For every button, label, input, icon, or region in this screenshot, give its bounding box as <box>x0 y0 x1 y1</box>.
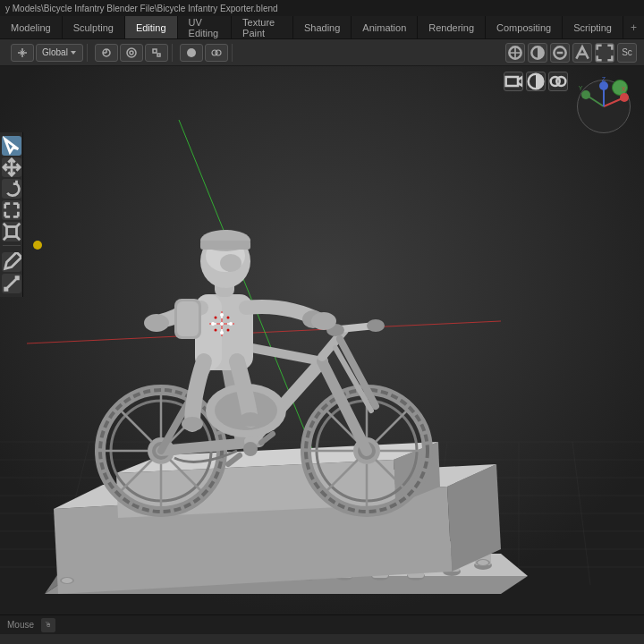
viewport-overlay-toggle-btn[interactable] <box>548 72 568 91</box>
svg-point-147 <box>220 313 224 317</box>
svg-point-130 <box>220 254 242 272</box>
tab-sculpting[interactable]: Sculpting <box>63 16 125 38</box>
svg-point-116 <box>367 319 385 332</box>
svg-point-152 <box>215 329 217 332</box>
svg-point-150 <box>227 329 230 332</box>
add-workspace-button[interactable]: + <box>623 16 644 38</box>
annotate-btn[interactable] <box>2 252 21 272</box>
tab-editing[interactable]: Editing <box>125 16 178 38</box>
title-text: y Models\Bicycle Infantry Blender File\B… <box>5 4 278 13</box>
svg-text:Y: Y <box>579 85 583 91</box>
svg-point-148 <box>220 331 224 335</box>
scene-viewport-svg <box>0 66 644 614</box>
svg-point-145 <box>211 322 215 326</box>
transform-icon-btn[interactable] <box>11 44 34 62</box>
svg-text:X: X <box>622 86 626 92</box>
rotate-tool-btn[interactable] <box>2 179 21 199</box>
svg-point-151 <box>227 317 230 319</box>
svg-rect-129 <box>200 241 250 250</box>
svg-point-156 <box>556 77 565 86</box>
title-bar: y Models\Bicycle Infantry Blender File\B… <box>0 0 644 16</box>
svg-point-135 <box>182 417 203 431</box>
gizmo-toggle-btn[interactable] <box>572 43 592 63</box>
tab-shading[interactable]: Shading <box>293 16 352 38</box>
svg-point-133 <box>144 314 169 332</box>
bottom-bar: Mouse 🖱 <box>0 614 644 634</box>
tab-rendering[interactable]: Rendering <box>418 16 486 38</box>
svg-point-149 <box>215 317 217 319</box>
svg-point-77 <box>62 578 72 583</box>
solid-shading-btn[interactable] <box>180 44 203 62</box>
svg-point-153 <box>33 241 42 250</box>
select-tool-btn[interactable] <box>2 136 21 156</box>
svg-rect-10 <box>6 227 16 237</box>
viewport-camera-btn[interactable] <box>504 72 523 91</box>
tab-scripting[interactable]: Scripting <box>563 16 623 38</box>
viewport-render-mode-btn[interactable] <box>526 72 546 91</box>
scene-select-btn[interactable] <box>505 43 525 63</box>
svg-rect-4 <box>157 54 160 56</box>
svg-point-134 <box>311 312 336 330</box>
viewport-lens-btn[interactable] <box>550 43 570 63</box>
header-right-icons: Sc <box>505 43 637 63</box>
tab-uv-editing[interactable]: UV Editing <box>178 16 233 38</box>
snap-btn[interactable] <box>95 44 118 62</box>
svg-point-5 <box>187 48 196 57</box>
snap-group <box>91 44 173 62</box>
svg-point-1 <box>127 48 136 57</box>
header-toolbar: Global <box>0 39 644 66</box>
svg-point-161 <box>581 90 590 99</box>
svg-text:Z: Z <box>602 76 606 82</box>
svg-point-7 <box>216 50 221 55</box>
svg-point-158 <box>620 93 629 102</box>
shading-group <box>176 44 233 62</box>
svg-rect-138 <box>177 301 199 336</box>
tab-texture-paint[interactable]: Texture Paint <box>232 16 293 38</box>
mouse-mode-label: Mouse <box>7 620 34 630</box>
viewport-overlay-buttons <box>504 72 568 91</box>
tab-compositing[interactable]: Compositing <box>486 16 563 38</box>
workspace-tabs: Modeling Sculpting Editing UV Editing Te… <box>0 16 644 39</box>
svg-point-136 <box>240 412 261 427</box>
svg-rect-3 <box>153 49 157 53</box>
svg-point-164 <box>599 81 608 90</box>
overlay-btn[interactable] <box>205 44 228 62</box>
proportional-btn[interactable] <box>120 44 143 62</box>
toolbar-divider <box>3 245 21 249</box>
left-toolbar <box>0 132 23 297</box>
move-tool-btn[interactable] <box>2 157 21 177</box>
fullscreen-btn[interactable] <box>595 43 614 63</box>
transform-pivot-btn[interactable] <box>145 44 168 62</box>
svg-point-120 <box>243 442 258 456</box>
transform-group: Global <box>7 44 88 62</box>
orientation-gizmo[interactable]: X Y Z <box>572 75 635 138</box>
transform-global-btn[interactable]: Global <box>36 44 83 62</box>
measure-btn[interactable] <box>2 274 21 293</box>
transform-label: Global <box>42 47 68 57</box>
tab-animation[interactable]: Animation <box>352 16 418 38</box>
tab-modeling[interactable]: Modeling <box>0 16 63 38</box>
scale-tool-btn[interactable] <box>2 200 21 220</box>
viewport[interactable]: X Y Z <box>0 66 644 614</box>
transform-tool-btn[interactable] <box>2 222 21 242</box>
scene-panel-btn[interactable]: Sc <box>617 43 637 63</box>
mouse-icon: 🖱 <box>41 618 55 632</box>
svg-point-2 <box>130 51 133 55</box>
svg-point-79 <box>478 560 488 565</box>
svg-point-146 <box>229 322 233 326</box>
viewport-shading-btn[interactable] <box>528 43 547 63</box>
